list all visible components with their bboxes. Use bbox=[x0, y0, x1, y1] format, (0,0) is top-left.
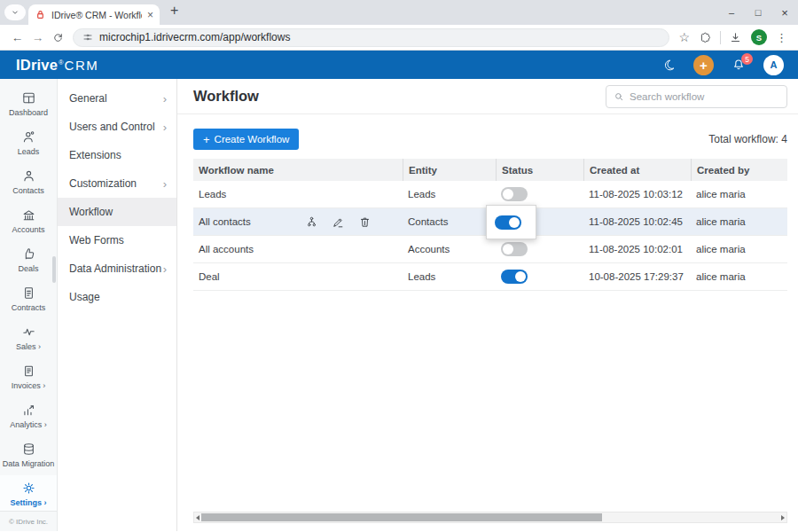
column-header-status: Status bbox=[496, 159, 583, 181]
tab-search-button[interactable] bbox=[4, 4, 26, 20]
sidebar-item-dashboard[interactable]: Dashboard bbox=[0, 85, 57, 121]
sidebar-item-leads[interactable]: Leads bbox=[0, 124, 57, 160]
site-settings-icon[interactable] bbox=[82, 32, 93, 43]
created-at: 11-08-2025 10:02:45 bbox=[589, 216, 683, 227]
submenu-item-users-and-control[interactable]: Users and Control › bbox=[58, 113, 176, 141]
minimize-button[interactable]: – bbox=[718, 0, 745, 25]
search-input[interactable] bbox=[630, 91, 779, 102]
status-toggle[interactable] bbox=[501, 242, 528, 256]
total-workflow-count: Total workflow: 4 bbox=[708, 133, 787, 145]
scrollbar-thumb[interactable] bbox=[201, 513, 602, 521]
cell-created-at: 11-08-2025 10:02:45 bbox=[583, 208, 691, 235]
sidebar-item-sales[interactable]: Sales › bbox=[0, 319, 57, 356]
delete-icon[interactable] bbox=[358, 215, 372, 229]
reload-icon[interactable] bbox=[48, 31, 68, 44]
cell-created-at: 11-08-2025 10:02:01 bbox=[583, 236, 691, 262]
status-toggle[interactable] bbox=[495, 215, 521, 230]
extensions-puzzle-icon[interactable] bbox=[699, 31, 712, 44]
user-avatar[interactable]: A bbox=[763, 55, 784, 75]
status-toggle[interactable] bbox=[501, 187, 528, 201]
chevron-right-icon: › bbox=[163, 177, 167, 191]
submenu-item-usage[interactable]: Usage bbox=[58, 283, 176, 311]
toggle-knob bbox=[509, 217, 520, 228]
sidebar-item-settings[interactable]: Settings › bbox=[0, 475, 57, 512]
new-tab-button[interactable]: + bbox=[170, 3, 178, 19]
submenu-item-extensions[interactable]: Extensions bbox=[58, 141, 176, 169]
entity-name: Accounts bbox=[408, 244, 450, 254]
address-bar[interactable]: microchip1.idrivecrm.com/app/workflows bbox=[73, 28, 669, 47]
sidebar-scrollbar[interactable] bbox=[52, 256, 56, 283]
idrive-crm-logo[interactable]: IDrive ® CRM bbox=[16, 57, 98, 74]
column-header-entity: Entity bbox=[403, 159, 496, 181]
toggle-knob bbox=[503, 244, 513, 254]
sidebar-divider bbox=[0, 511, 57, 512]
tab-close-icon[interactable]: × bbox=[147, 9, 153, 21]
entity-name: Leads bbox=[408, 271, 435, 282]
sidebar-item-contracts[interactable]: Contracts bbox=[0, 280, 57, 317]
created-at: 10-08-2025 17:29:37 bbox=[589, 271, 684, 282]
submenu-item-data-administration[interactable]: Data Administration › bbox=[58, 254, 176, 283]
invoices-icon bbox=[21, 364, 36, 379]
horizontal-scrollbar[interactable] bbox=[193, 512, 787, 523]
browser-toolbar: ← → microchip1.idrivecrm.com/app/workflo… bbox=[0, 25, 798, 51]
workflow-name: All accounts bbox=[199, 244, 254, 254]
main-content: Workflow + Create Workflow Total workflo… bbox=[177, 79, 798, 531]
scroll-left-arrow[interactable] bbox=[196, 515, 200, 520]
submenu-item-web-forms[interactable]: Web Forms bbox=[58, 226, 176, 254]
workflow-name: Leads bbox=[199, 189, 226, 200]
table-row[interactable]: All accounts Accounts 11-08-2025 10:02:0… bbox=[193, 236, 787, 263]
submenu-item-customization[interactable]: Customization › bbox=[58, 169, 176, 198]
submenu-item-label: Data Administration bbox=[69, 262, 161, 275]
close-button[interactable]: × bbox=[771, 0, 798, 25]
sidebar-item-data-migration[interactable]: Data Migration bbox=[0, 436, 57, 473]
sidebar-item-invoices[interactable]: Invoices › bbox=[0, 358, 57, 395]
submenu-item-label: Customization bbox=[69, 177, 137, 190]
tab-title: IDrive® CRM - Workflow bbox=[51, 10, 142, 20]
entity-name: Leads bbox=[408, 189, 435, 200]
back-icon[interactable]: ← bbox=[7, 31, 27, 44]
cell-status bbox=[496, 208, 583, 235]
app-body: Dashboard Leads Contacts Accounts Deals … bbox=[0, 79, 798, 531]
submenu-item-general[interactable]: General › bbox=[58, 84, 176, 113]
status-toggle[interactable] bbox=[501, 270, 528, 284]
browser-profile-avatar[interactable]: S bbox=[751, 29, 767, 45]
notifications-bell-icon[interactable]: 5 bbox=[732, 58, 746, 72]
scroll-right-arrow[interactable] bbox=[781, 515, 785, 520]
toggle-knob bbox=[515, 271, 526, 282]
submenu-item-workflow[interactable]: Workflow bbox=[58, 198, 176, 226]
sales-icon bbox=[21, 325, 36, 340]
edit-icon[interactable] bbox=[332, 215, 345, 229]
data-migration-icon bbox=[21, 442, 36, 457]
table-row[interactable]: All contacts Contacts 11-08-2025 10:02:4… bbox=[193, 208, 787, 236]
crm-header: IDrive ® CRM + 5 A bbox=[0, 51, 798, 79]
quick-add-button[interactable]: + bbox=[693, 55, 714, 75]
deals-icon bbox=[21, 246, 36, 262]
created-by: alice maria bbox=[696, 189, 746, 200]
dark-mode-moon-icon[interactable] bbox=[662, 59, 676, 72]
bookmark-star-icon[interactable]: ☆ bbox=[678, 30, 690, 44]
forward-icon[interactable]: → bbox=[27, 31, 48, 44]
submenu-item-label: Workflow bbox=[69, 206, 113, 218]
submenu-item-label: Usage bbox=[69, 291, 100, 303]
sidebar-item-label: Sales › bbox=[16, 342, 41, 351]
total-label: Total workflow: bbox=[708, 133, 778, 145]
downloads-icon[interactable] bbox=[729, 31, 742, 44]
row-actions bbox=[305, 208, 372, 235]
maximize-button[interactable]: □ bbox=[745, 0, 771, 25]
create-workflow-button[interactable]: + Create Workflow bbox=[193, 129, 299, 150]
sidebar-item-contacts[interactable]: Contacts bbox=[0, 163, 57, 200]
cell-status bbox=[496, 236, 583, 262]
workflow-search[interactable] bbox=[606, 85, 787, 108]
sidebar-item-analytics[interactable]: Analytics › bbox=[0, 397, 57, 434]
cell-entity: Leads bbox=[403, 263, 496, 290]
sidebar-item-deals[interactable]: Deals bbox=[0, 241, 57, 278]
cell-workflow-name: All contacts bbox=[193, 208, 403, 235]
table-row[interactable]: Deal Leads 10-08-2025 17:29:37 alice mar… bbox=[193, 263, 787, 291]
browser-tab[interactable]: IDrive® CRM - Workflow × bbox=[28, 4, 160, 25]
browser-menu-icon[interactable]: ⋮ bbox=[776, 31, 787, 44]
sitemap-icon[interactable] bbox=[305, 215, 318, 229]
settings-icon bbox=[21, 481, 36, 496]
cell-created-by: alice maria bbox=[691, 263, 787, 290]
cell-created-by: alice maria bbox=[691, 208, 787, 235]
sidebar-item-accounts[interactable]: Accounts bbox=[0, 202, 57, 239]
